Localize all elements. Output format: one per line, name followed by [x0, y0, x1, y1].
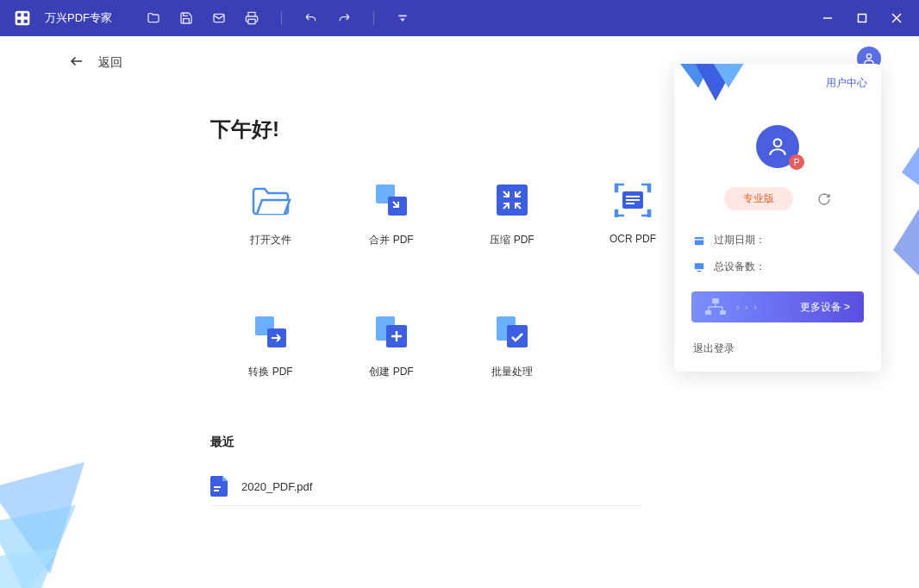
titlebar: 万兴PDF专家: [0, 0, 919, 36]
close-icon[interactable]: [891, 13, 902, 23]
svg-rect-29: [712, 298, 719, 303]
action-convert-pdf[interactable]: 转换 PDF: [210, 311, 331, 379]
action-label: OCR PDF: [610, 233, 656, 245]
user-panel: 用户中心 P 专业版 过期日期： 总设备数： › › › 更多设备 > 退出登录: [674, 64, 881, 372]
recent-title: 最近: [210, 435, 919, 450]
svg-rect-30: [705, 310, 711, 315]
convert-pdf-icon: [250, 311, 291, 353]
svg-rect-0: [16, 11, 30, 26]
svg-rect-25: [695, 236, 704, 244]
user-avatar[interactable]: P: [756, 125, 799, 168]
devices-label: 总设备数：: [714, 260, 766, 274]
batch-icon: [491, 311, 533, 353]
action-batch[interactable]: 批量处理: [452, 311, 572, 379]
app-logo-icon: [14, 9, 31, 27]
action-label: 压缩 PDF: [490, 233, 534, 247]
compress-pdf-icon: [491, 179, 533, 221]
panel-head: 用户中心: [674, 64, 881, 94]
plan-badge: 专业版: [724, 187, 793, 210]
calendar-icon: [693, 235, 705, 247]
undo-icon[interactable]: [304, 11, 318, 25]
pdf-file-icon: [210, 476, 228, 497]
svg-rect-21: [507, 325, 528, 347]
svg-rect-22: [214, 486, 221, 488]
action-label: 打开文件: [250, 233, 291, 247]
open-file-icon: [250, 179, 291, 221]
panel-info: 过期日期： 总设备数：: [674, 233, 881, 274]
minimize-icon[interactable]: [822, 13, 833, 23]
menu-icon[interactable]: [397, 12, 409, 24]
svg-rect-31: [720, 310, 726, 315]
separator: [373, 11, 374, 25]
user-icon: [766, 135, 789, 158]
bg-decoration-left-icon: [0, 462, 102, 588]
action-label: 转换 PDF: [248, 365, 292, 379]
print-icon[interactable]: [245, 11, 259, 25]
create-pdf-icon: [371, 311, 412, 353]
folder-icon[interactable]: [147, 11, 160, 25]
action-label: 合并 PDF: [369, 233, 413, 247]
svg-rect-11: [497, 185, 528, 216]
status-row: 专业版: [674, 187, 881, 210]
window-title: 万兴PDF专家: [45, 10, 112, 26]
recent-filename: 2020_PDF.pdf: [241, 480, 312, 493]
back-arrow-icon[interactable]: [69, 53, 84, 72]
mail-icon[interactable]: [212, 11, 226, 25]
window-controls: [822, 13, 912, 23]
dots-decoration: › › ›: [736, 303, 759, 312]
bg-decoration-right-icon: [885, 121, 919, 328]
svg-point-8: [866, 54, 871, 59]
redo-icon[interactable]: [337, 11, 351, 25]
action-merge-pdf[interactable]: 合并 PDF: [331, 179, 452, 247]
action-label: 创建 PDF: [369, 365, 413, 379]
action-open-file[interactable]: 打开文件: [210, 179, 331, 247]
recent-file-item[interactable]: 2020_PDF.pdf: [210, 467, 641, 506]
expiry-label: 过期日期：: [714, 233, 766, 247]
user-center-link[interactable]: 用户中心: [826, 77, 867, 89]
action-compress-pdf[interactable]: 压缩 PDF: [452, 179, 572, 247]
svg-point-24: [774, 139, 782, 147]
ocr-pdf-icon: [612, 179, 653, 221]
toolbar-icons: [147, 11, 409, 25]
svg-rect-27: [695, 263, 704, 269]
svg-rect-2: [248, 19, 255, 23]
avatar-badge: P: [789, 154, 804, 170]
devices-row: 总设备数：: [693, 260, 862, 274]
more-devices-label: 更多设备 >: [800, 300, 850, 315]
svg-rect-23: [214, 490, 219, 491]
logout-link[interactable]: 退出登录: [693, 341, 862, 356]
more-devices-button[interactable]: › › › 更多设备 >: [691, 291, 864, 322]
maximize-icon[interactable]: [857, 13, 867, 23]
expiry-row: 过期日期：: [693, 233, 862, 247]
action-create-pdf[interactable]: 创建 PDF: [331, 311, 452, 379]
devices-network-icon: [705, 298, 726, 316]
recent-section: 最近 2020_PDF.pdf: [210, 435, 919, 506]
svg-rect-4: [859, 15, 866, 22]
back-label[interactable]: 返回: [98, 55, 122, 71]
save-icon[interactable]: [179, 11, 193, 25]
avatar-wrap: P: [674, 125, 881, 168]
separator: [281, 11, 282, 25]
action-label: 批量处理: [491, 365, 533, 379]
refresh-icon[interactable]: [817, 192, 831, 206]
monitor-icon: [693, 261, 705, 273]
merge-pdf-icon: [371, 179, 412, 221]
